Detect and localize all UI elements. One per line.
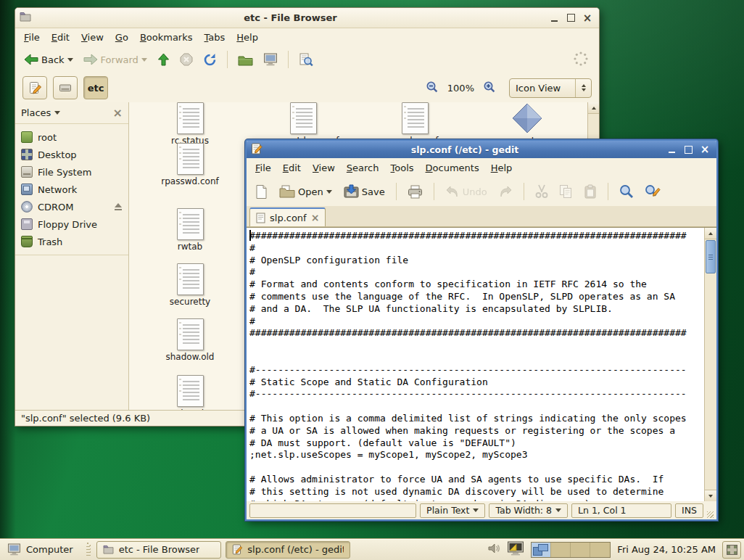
places-menu-button[interactable]: Places	[21, 107, 60, 118]
place-label: CDROM	[38, 202, 74, 213]
stop-icon	[180, 53, 193, 66]
scroll-up-button[interactable]	[588, 102, 599, 114]
editor-line: # This option is a comma delimited list …	[249, 413, 704, 425]
gedit-titlebar[interactable]: slp.conf (/etc) - gedit ×	[247, 141, 716, 158]
sidebar-place-item[interactable]: Floppy Drive	[15, 215, 128, 233]
task-file-browser[interactable]: etc - File Browser	[96, 541, 221, 559]
file-item[interactable]: slp.spi	[143, 375, 237, 410]
task-gedit[interactable]: slp.conf (/etc) - gedit	[226, 541, 350, 559]
eject-icon[interactable]	[114, 203, 123, 210]
show-desktop-button[interactable]	[722, 541, 741, 559]
home-button[interactable]	[235, 52, 256, 68]
editor-line: # a UA or SA is allowed when making requ…	[249, 425, 704, 437]
workspace-4[interactable]	[590, 543, 610, 557]
maximize-button[interactable]	[566, 14, 575, 22]
place-icon	[21, 184, 33, 195]
close-button[interactable]: ×	[583, 14, 592, 22]
sidebar-place-item[interactable]: Desktop	[15, 146, 128, 163]
panel-drag-handle[interactable]	[86, 542, 91, 558]
display-settings-icon[interactable]	[507, 541, 524, 558]
editor-line: #	[249, 316, 704, 328]
forward-chevron-down-icon	[141, 58, 147, 62]
insert-mode-indicator[interactable]: INS	[675, 503, 703, 518]
view-mode-spinner[interactable]	[575, 79, 591, 97]
scrollbar-thumb[interactable]	[706, 240, 716, 273]
close-button[interactable]: ×	[700, 145, 709, 154]
clock[interactable]: Fri Aug 24, 10:25 AM	[617, 544, 716, 555]
computer-button[interactable]	[260, 51, 281, 68]
menu-item[interactable]: Edit	[46, 30, 75, 45]
workspace-2[interactable]	[551, 543, 571, 557]
text-editor-area[interactable]: ########################################…	[247, 228, 704, 501]
menu-item[interactable]: View	[307, 160, 341, 176]
document-icon	[177, 208, 204, 240]
maximize-button[interactable]	[684, 145, 693, 154]
scroll-up-button[interactable]	[705, 228, 716, 239]
menu-item[interactable]: Documents	[420, 160, 485, 176]
language-value: Plain Text	[426, 505, 469, 516]
file-browser-menubar: FileEditViewGoBookmarksTabsHelp	[15, 28, 599, 46]
root-drive-button[interactable]	[53, 76, 78, 99]
menu-item[interactable]: Bookmarks	[134, 30, 199, 45]
view-mode-select[interactable]: Icon View	[509, 78, 592, 98]
back-button[interactable]: Back	[21, 52, 76, 67]
minimize-button[interactable]	[667, 145, 676, 154]
up-button[interactable]	[154, 51, 173, 68]
workspace-3[interactable]	[571, 543, 590, 557]
workspace-switcher[interactable]	[531, 542, 611, 558]
file-item[interactable]: securetty	[143, 263, 237, 307]
reload-button[interactable]	[200, 51, 220, 69]
menu-item[interactable]: Help	[485, 160, 518, 176]
menu-item[interactable]: Search	[341, 160, 385, 176]
save-button[interactable]: Save	[340, 182, 388, 201]
workspace-1[interactable]	[532, 543, 551, 557]
file-item[interactable]: rwtab	[143, 208, 237, 252]
edit-location-button[interactable]	[22, 76, 47, 99]
new-document-button[interactable]	[252, 182, 271, 202]
menu-item[interactable]: View	[75, 30, 109, 45]
back-label: Back	[41, 54, 65, 65]
back-chevron-down-icon[interactable]	[67, 58, 73, 62]
editor-scrollbar[interactable]	[704, 228, 716, 501]
scroll-down-button[interactable]	[705, 490, 716, 501]
minimize-button[interactable]	[550, 14, 558, 22]
resize-grip[interactable]	[707, 511, 714, 518]
file-item[interactable]: shadow.old	[143, 318, 237, 362]
menu-item[interactable]: Tools	[385, 160, 420, 176]
open-chevron-down-icon[interactable]	[326, 190, 332, 194]
sidebar-place-item[interactable]: Network	[15, 181, 128, 198]
search-button[interactable]	[296, 51, 316, 69]
zoom-out-button[interactable]	[426, 81, 439, 96]
find-icon	[619, 184, 634, 199]
menu-item[interactable]: Go	[109, 30, 134, 45]
print-button[interactable]	[405, 183, 426, 201]
find-button[interactable]	[616, 182, 637, 201]
close-sidebar-icon[interactable]: ×	[113, 108, 123, 118]
replace-button[interactable]	[642, 182, 664, 201]
open-button[interactable]: Open	[276, 183, 335, 200]
menu-item[interactable]: Help	[231, 30, 264, 45]
tab-close-icon[interactable]: ×	[311, 213, 320, 222]
menu-item[interactable]: Tabs	[199, 30, 231, 45]
zoom-in-button[interactable]	[483, 81, 496, 96]
sidebar-place-item[interactable]: root	[15, 128, 128, 146]
language-select[interactable]: Plain Text	[420, 503, 485, 518]
file-item[interactable]: rpasswd.conf	[143, 143, 237, 186]
volume-icon[interactable]	[487, 542, 500, 557]
file-browser-titlebar[interactable]: etc - File Browser ×	[15, 8, 599, 28]
sidebar-place-item[interactable]: File System	[15, 163, 128, 181]
sidebar-place-item[interactable]: Trash	[15, 233, 128, 250]
menu-item[interactable]: Edit	[277, 160, 307, 176]
sidebar-place-item[interactable]: CDROM	[15, 198, 128, 215]
forward-arrow-icon	[83, 54, 98, 65]
path-button-etc[interactable]: etc	[83, 76, 108, 99]
computer-menu-button[interactable]: Computer	[3, 542, 80, 557]
forward-button[interactable]: Forward	[80, 52, 150, 67]
tab-slp-conf[interactable]: slp.conf ×	[249, 207, 326, 226]
drive-icon	[59, 82, 72, 94]
file-item[interactable]: rc.status	[143, 102, 237, 146]
menu-item[interactable]: File	[249, 160, 277, 176]
menu-item[interactable]: File	[18, 30, 46, 45]
tab-width-select[interactable]: Tab Width: 8	[489, 503, 568, 518]
editor-line: #	[249, 266, 704, 279]
